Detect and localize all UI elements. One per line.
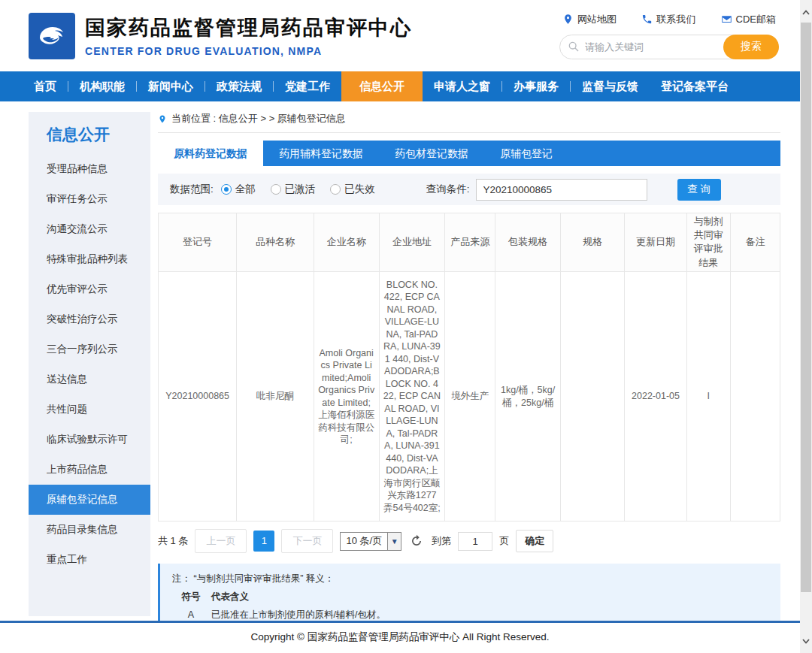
refresh-icon[interactable]	[410, 534, 423, 548]
nav-home[interactable]: 首页	[23, 71, 68, 101]
site-title: 国家药品监督管理局药品审评中心	[85, 14, 412, 41]
nav-info-disclosure[interactable]: 信息公开	[341, 71, 423, 101]
main-nav: 首页 机构职能 新闻中心 政策法规 党建工作 信息公开 申请人之窗 办事服务 监…	[0, 71, 800, 101]
sidebar-item-priority-review[interactable]: 优先审评公示	[29, 274, 150, 304]
cde-mail-link[interactable]: CDE邮箱	[721, 13, 776, 26]
mail-icon	[721, 14, 732, 25]
nav-news[interactable]: 新闻中心	[137, 71, 205, 101]
tab-api-registration[interactable]: 原料药登记数据	[158, 141, 263, 166]
nav-registration-platform[interactable]: 登记备案平台	[650, 71, 740, 101]
sidebar-item-drug-catalog[interactable]: 药品目录集信息	[29, 515, 150, 545]
radio-all-label: 全部	[235, 183, 256, 196]
sidebar-item-key-work[interactable]: 重点工作	[29, 545, 150, 575]
tab-excipient-registration[interactable]: 药用辅料登记数据	[263, 141, 379, 166]
data-tabs: 原料药登记数据 药用辅料登记数据 药包材登记数据 原辅包登记	[158, 141, 780, 166]
radio-all[interactable]: 全部	[221, 183, 256, 196]
cde-logo	[29, 13, 75, 59]
search-button[interactable]: 搜索	[723, 35, 779, 59]
cell-registration-no: Y20210000865	[159, 271, 237, 521]
breadcrumb-text: 当前位置 : 信息公开 > > 原辅包登记信息	[171, 112, 346, 125]
table-row: Y20210000865 吡非尼酮 Amoli Organics Private…	[159, 271, 780, 521]
query-input[interactable]	[476, 179, 647, 201]
query-button[interactable]: 查 询	[677, 179, 721, 201]
sitemap-link[interactable]: 网站地图	[562, 13, 617, 26]
contact-label: 联系我们	[656, 13, 695, 26]
sidebar-item-excipient-registration[interactable]: 原辅包登记信息	[29, 485, 150, 515]
radio-all-icon	[221, 184, 232, 195]
tab-raw-aux-pack[interactable]: 原辅包登记	[484, 141, 568, 166]
col-packaging-spec: 包装规格	[495, 213, 561, 272]
radio-activated[interactable]: 已激活	[271, 183, 316, 196]
sidebar-item-clinical-trial-license[interactable]: 临床试验默示许可	[29, 425, 150, 455]
nav-supervision[interactable]: 监督与反馈	[571, 71, 650, 101]
note-col-symbol: 符号	[181, 588, 201, 606]
sidebar-item-delivery-info[interactable]: 送达信息	[29, 364, 150, 395]
col-variety-name: 品种名称	[237, 213, 314, 272]
nav-applicant[interactable]: 申请人之窗	[423, 71, 501, 101]
confirm-button[interactable]: 确定	[516, 530, 553, 552]
nav-policy[interactable]: 政策法规	[205, 71, 273, 101]
goto-page-input[interactable]	[458, 532, 492, 551]
sidebar-item-marketed-drugs[interactable]: 上市药品信息	[29, 455, 150, 485]
vertical-scrollbar[interactable]	[800, 0, 812, 653]
prev-page-button[interactable]: 上一页	[195, 529, 247, 553]
page-size-value: 10 条/页	[341, 534, 387, 548]
sidebar: 信息公开 受理品种信息 审评任务公示 沟通交流公示 特殊审批品种列表 优先审评公…	[29, 112, 150, 616]
quick-links: 网站地图 联系我们 CDE邮箱	[559, 13, 779, 26]
radio-expired[interactable]: 已失效	[330, 183, 375, 196]
goto-unit: 页	[499, 534, 509, 548]
page: 国家药品监督管理局药品审评中心 CENTER FOR DRUG EVALUATI…	[0, 0, 812, 653]
col-update-date: 更新日期	[625, 213, 687, 272]
chevron-down-icon: ▼	[387, 533, 401, 550]
site-titles: 国家药品监督管理局药品审评中心 CENTER FOR DRUG EVALUATI…	[85, 14, 412, 57]
tab-packaging-registration[interactable]: 药包材登记数据	[379, 141, 484, 166]
col-joint-review-result: 与制剂共同审评审批结果	[686, 213, 730, 272]
location-pin-icon	[158, 113, 167, 125]
sidebar-item-review-tasks[interactable]: 审评任务公示	[29, 184, 150, 214]
col-company-name: 企业名称	[314, 213, 379, 272]
cell-variety-name: 吡非尼酮	[237, 271, 314, 521]
nav-party[interactable]: 党建工作	[274, 71, 341, 101]
total-count: 共 1 条	[158, 534, 188, 548]
sidebar-item-breakthrough-therapy[interactable]: 突破性治疗公示	[29, 304, 150, 334]
sitemap-label: 网站地图	[577, 13, 617, 26]
query-label: 查询条件:	[426, 183, 470, 196]
cell-product-source: 境外生产	[445, 271, 495, 521]
cell-spec	[561, 271, 625, 521]
cell-update-date: 2022-01-05	[625, 271, 687, 521]
radio-activated-label: 已激活	[285, 183, 316, 196]
cde-logo-icon	[34, 18, 70, 54]
phone-icon	[641, 14, 653, 25]
scroll-up-arrow-icon[interactable]	[800, 5, 812, 20]
nav-services[interactable]: 办事服务	[502, 71, 570, 101]
sidebar-item-three-in-one[interactable]: 三合一序列公示	[29, 334, 150, 364]
sidebar-item-common-issues[interactable]: 共性问题	[29, 395, 150, 425]
scrollbar-thumb[interactable]	[801, 23, 811, 592]
cell-company-address: BLOCK NO. 422, ECP CANAL ROAD, VILLAGE-L…	[379, 271, 445, 521]
breadcrumb: 当前位置 : 信息公开 > > 原辅包登记信息	[158, 112, 780, 133]
map-pin-icon	[562, 14, 574, 25]
sidebar-item-communication[interactable]: 沟通交流公示	[29, 214, 150, 244]
contact-link[interactable]: 联系我们	[641, 13, 695, 26]
next-page-button[interactable]: 下一页	[281, 529, 333, 553]
col-product-source: 产品来源	[445, 213, 495, 272]
page-size-select[interactable]: 10 条/页 ▼	[340, 532, 401, 551]
radio-expired-label: 已失效	[344, 183, 375, 196]
sidebar-item-special-approval[interactable]: 特殊审批品种列表	[29, 244, 150, 274]
radio-activated-icon	[271, 184, 281, 195]
scroll-down-arrow-icon[interactable]	[800, 633, 812, 648]
col-spec: 规格	[561, 213, 625, 272]
nav-functions[interactable]: 机构职能	[68, 71, 136, 101]
footer: Copyright © 国家药品监督管理局药品审评中心 All Right Re…	[0, 621, 800, 653]
page-1-button[interactable]: 1	[253, 531, 274, 552]
registration-table: 登记号 品种名称 企业名称 企业地址 产品来源 包装规格 规格 更新日期 与制剂…	[158, 213, 780, 521]
col-registration-no: 登记号	[159, 213, 237, 272]
scope-label: 数据范围:	[170, 183, 214, 196]
search-icon	[568, 41, 580, 53]
radio-expired-icon	[330, 184, 341, 195]
cell-joint-review-result: I	[686, 271, 730, 521]
col-company-address: 企业地址	[379, 213, 445, 272]
top-header: 国家药品监督管理局药品审评中心 CENTER FOR DRUG EVALUATI…	[0, 0, 800, 71]
sidebar-item-accepted-varieties[interactable]: 受理品种信息	[29, 154, 150, 184]
cell-packaging-spec: 1kg/桶，5kg/桶，25kg/桶	[495, 271, 561, 521]
